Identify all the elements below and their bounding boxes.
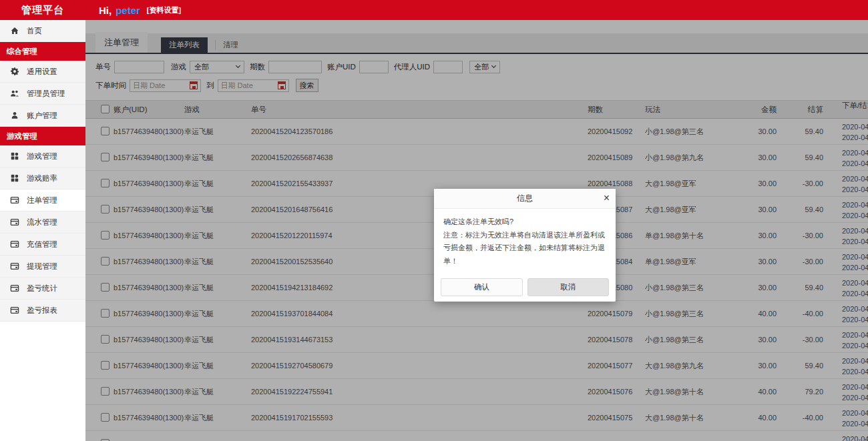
card-icon xyxy=(9,284,19,294)
confirm-dialog: 信息 × 确定这条注单无效吗? 注意：标注为无效注单将自动清退该注单所盈利或亏损… xyxy=(434,189,616,302)
sidebar-item-label: 提现管理 xyxy=(27,262,57,272)
sidebar-item[interactable]: 流水管理 xyxy=(0,211,85,234)
sidebar-item-label: 充值管理 xyxy=(27,240,57,250)
sidebar: 首页综合管理通用设置管理员管理账户管理游戏管理游戏管理游戏赔率注单管理流水管理充… xyxy=(0,20,85,441)
sidebar-item[interactable]: 充值管理 xyxy=(0,234,85,256)
sidebar-item[interactable]: 首页 xyxy=(0,20,85,42)
dialog-header: 信息 × xyxy=(434,189,616,209)
grid-icon xyxy=(9,151,19,161)
dialog-title: 信息 xyxy=(517,193,533,204)
sidebar-item-label: 首页 xyxy=(27,26,42,36)
sidebar-item-label: 盈亏统计 xyxy=(27,284,57,294)
card-icon xyxy=(9,217,19,228)
top-bar: 管理平台 Hi, peter [资料设置] xyxy=(0,0,868,20)
sidebar-item[interactable]: 游戏赔率 xyxy=(0,167,85,189)
username[interactable]: peter xyxy=(116,5,140,16)
sidebar-item-label: 管理员管理 xyxy=(27,89,65,99)
sidebar-item[interactable]: 盈亏报表 xyxy=(0,300,85,322)
sidebar-item-label: 注单管理 xyxy=(27,195,57,205)
user-icon xyxy=(9,111,19,121)
sidebar-item[interactable]: 注单管理 xyxy=(0,189,85,211)
sidebar-item-label: 通用设置 xyxy=(27,67,57,77)
sidebar-section-header: 游戏管理 xyxy=(0,127,85,145)
sidebar-item-label: 游戏赔率 xyxy=(27,173,57,183)
card-icon xyxy=(9,306,19,316)
sidebar-item[interactable]: 通用设置 xyxy=(0,61,85,83)
home-icon xyxy=(9,26,19,36)
sidebar-item[interactable]: 账户管理 xyxy=(0,105,85,127)
card-icon xyxy=(9,240,19,250)
gear-icon xyxy=(9,67,19,77)
sidebar-section-header: 综合管理 xyxy=(0,42,85,61)
sidebar-item[interactable]: 游戏管理 xyxy=(0,145,85,167)
sidebar-item-label: 游戏管理 xyxy=(27,151,57,161)
dialog-question: 确定这条注单无效吗? xyxy=(443,215,606,229)
dialog-body: 确定这条注单无效吗? 注意：标注为无效注单将自动清退该注单所盈利或亏损金额，并返… xyxy=(434,209,616,268)
sidebar-item[interactable]: 盈亏统计 xyxy=(0,278,85,300)
sidebar-menu: 首页综合管理通用设置管理员管理账户管理游戏管理游戏管理游戏赔率注单管理流水管理充… xyxy=(0,20,85,322)
cancel-button[interactable]: 取消 xyxy=(527,278,610,296)
card-icon xyxy=(9,262,19,272)
dialog-footer: 确认 取消 xyxy=(441,278,609,296)
card-icon xyxy=(9,195,19,205)
sidebar-item-label: 流水管理 xyxy=(27,217,57,228)
dialog-warning: 注意：标注为无效注单将自动清退该注单所盈利或亏损金额，并返还下注金额，如未结算将… xyxy=(443,229,606,268)
sidebar-item-label: 账户管理 xyxy=(27,111,57,121)
grid-icon xyxy=(9,173,19,183)
sidebar-item[interactable]: 管理员管理 xyxy=(0,83,85,105)
users-icon xyxy=(9,89,19,99)
greeting-prefix: Hi, xyxy=(99,5,112,16)
sidebar-item[interactable]: 提现管理 xyxy=(0,256,85,278)
close-icon[interactable]: × xyxy=(604,192,610,204)
sidebar-item-label: 盈亏报表 xyxy=(27,306,57,316)
user-greeting: Hi, peter [资料设置] xyxy=(99,5,181,16)
confirm-button[interactable]: 确认 xyxy=(441,278,523,296)
profile-settings-link[interactable]: [资料设置] xyxy=(147,5,181,15)
app-title: 管理平台 xyxy=(0,4,85,17)
